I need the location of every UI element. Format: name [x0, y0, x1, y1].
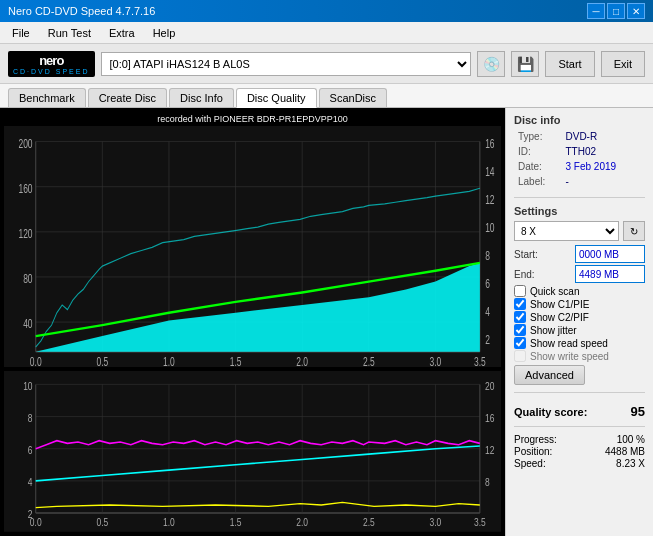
svg-text:2.0: 2.0	[296, 517, 308, 529]
tabs: Benchmark Create Disc Disc Info Disc Qua…	[0, 84, 653, 108]
show-jitter-row: Show jitter	[514, 324, 645, 336]
svg-text:20: 20	[485, 380, 494, 392]
end-input[interactable]	[575, 265, 645, 283]
progress-row: Progress: 100 %	[514, 434, 645, 445]
svg-text:16: 16	[485, 136, 494, 150]
nero-logo-text: nero	[39, 53, 63, 68]
recorded-with-label: recorded with PIONEER BDR-PR1EPDVPP100	[4, 112, 501, 126]
svg-text:3.0: 3.0	[430, 354, 442, 367]
start-label: Start:	[514, 249, 538, 260]
quality-score-row: Quality score: 95	[514, 404, 645, 419]
id-label: ID:	[516, 145, 561, 158]
disc-icon-button[interactable]: 💿	[477, 51, 505, 77]
menu-run-test[interactable]: Run Test	[40, 25, 99, 41]
svg-text:12: 12	[485, 444, 494, 456]
show-c1-pie-checkbox[interactable]	[514, 298, 526, 310]
type-label: Type:	[516, 130, 561, 143]
svg-text:2.5: 2.5	[363, 517, 375, 529]
position-row: Position: 4488 MB	[514, 446, 645, 457]
svg-text:10: 10	[485, 220, 494, 234]
show-write-speed-label: Show write speed	[530, 351, 609, 362]
type-value: DVD-R	[563, 130, 643, 143]
tab-create-disc[interactable]: Create Disc	[88, 88, 167, 107]
title-bar: Nero CD-DVD Speed 4.7.7.16 ─ □ ✕	[0, 0, 653, 22]
quick-scan-row: Quick scan	[514, 285, 645, 297]
disc-info-section: Disc info Type: DVD-R ID: TTH02 Date: 3 …	[514, 114, 645, 190]
date-value: 3 Feb 2019	[563, 160, 643, 173]
svg-text:4: 4	[485, 304, 490, 318]
svg-text:8: 8	[28, 412, 33, 424]
end-label: End:	[514, 269, 535, 280]
advanced-button[interactable]: Advanced	[514, 365, 585, 385]
speed-refresh-button[interactable]: ↻	[623, 221, 645, 241]
tab-disc-quality[interactable]: Disc Quality	[236, 88, 317, 108]
speed-select[interactable]: 8 X	[514, 221, 619, 241]
show-write-speed-row: Show write speed	[514, 350, 645, 362]
menu-bar: File Run Test Extra Help	[0, 22, 653, 44]
show-jitter-checkbox[interactable]	[514, 324, 526, 336]
show-c2-pif-checkbox[interactable]	[514, 311, 526, 323]
svg-text:2.0: 2.0	[296, 354, 308, 367]
menu-extra[interactable]: Extra	[101, 25, 143, 41]
position-label: Position:	[514, 446, 552, 457]
maximize-button[interactable]: □	[607, 3, 625, 19]
disc-info-label-row: Label: -	[516, 175, 643, 188]
svg-text:80: 80	[23, 271, 32, 285]
show-write-speed-checkbox	[514, 350, 526, 362]
svg-text:8: 8	[485, 248, 490, 262]
svg-text:0.5: 0.5	[96, 354, 108, 367]
disc-info-type-row: Type: DVD-R	[516, 130, 643, 143]
svg-text:8: 8	[485, 476, 490, 488]
exit-button[interactable]: Exit	[601, 51, 645, 77]
svg-text:3.5: 3.5	[474, 354, 486, 367]
disc-info-title: Disc info	[514, 114, 645, 126]
divider-2	[514, 392, 645, 393]
svg-text:6: 6	[28, 444, 33, 456]
svg-text:40: 40	[23, 317, 32, 331]
show-c2-pif-label: Show C2/PIF	[530, 312, 589, 323]
quick-scan-checkbox[interactable]	[514, 285, 526, 297]
start-input[interactable]	[575, 245, 645, 263]
chart-area: recorded with PIONEER BDR-PR1EPDVPP100	[0, 108, 505, 536]
show-c2-pif-row: Show C2/PIF	[514, 311, 645, 323]
main-content: recorded with PIONEER BDR-PR1EPDVPP100	[0, 108, 653, 536]
tab-benchmark[interactable]: Benchmark	[8, 88, 86, 107]
svg-text:2.5: 2.5	[363, 354, 375, 367]
close-button[interactable]: ✕	[627, 3, 645, 19]
toolbar: nero CD·DVD SPEED [0:0] ATAPI iHAS124 B …	[0, 44, 653, 84]
show-c1-pie-row: Show C1/PIE	[514, 298, 645, 310]
tab-scandisc[interactable]: ScanDisc	[319, 88, 387, 107]
show-jitter-label: Show jitter	[530, 325, 577, 336]
nero-logo: nero CD·DVD SPEED	[8, 51, 95, 77]
speed-label: Speed:	[514, 458, 546, 469]
progress-label: Progress:	[514, 434, 557, 445]
show-read-speed-checkbox[interactable]	[514, 337, 526, 349]
show-c1-pie-label: Show C1/PIE	[530, 299, 589, 310]
svg-text:1.0: 1.0	[163, 517, 175, 529]
title-bar-buttons: ─ □ ✕	[587, 3, 645, 19]
divider-1	[514, 197, 645, 198]
menu-help[interactable]: Help	[145, 25, 184, 41]
start-button[interactable]: Start	[545, 51, 594, 77]
svg-text:4: 4	[28, 476, 33, 488]
save-icon-button[interactable]: 💾	[511, 51, 539, 77]
speed-row-progress: Speed: 8.23 X	[514, 458, 645, 469]
show-read-speed-label: Show read speed	[530, 338, 608, 349]
speed-row: 8 X ↻	[514, 221, 645, 241]
end-field-row: End:	[514, 265, 645, 283]
side-panel: Disc info Type: DVD-R ID: TTH02 Date: 3 …	[505, 108, 653, 536]
label-label: Label:	[516, 175, 561, 188]
menu-file[interactable]: File	[4, 25, 38, 41]
tab-disc-info[interactable]: Disc Info	[169, 88, 234, 107]
svg-text:1.5: 1.5	[230, 354, 242, 367]
drive-select[interactable]: [0:0] ATAPI iHAS124 B AL0S	[101, 52, 472, 76]
svg-text:120: 120	[18, 226, 32, 240]
chart-bottom: 10 8 6 4 2 20 16 12 8 0.0 0.5 1.0 1.5 2.…	[4, 371, 501, 532]
minimize-button[interactable]: ─	[587, 3, 605, 19]
disc-info-date-row: Date: 3 Feb 2019	[516, 160, 643, 173]
title-bar-text: Nero CD-DVD Speed 4.7.7.16	[8, 5, 155, 17]
svg-text:10: 10	[23, 380, 32, 392]
quick-scan-label: Quick scan	[530, 286, 579, 297]
svg-text:2: 2	[485, 332, 490, 346]
svg-text:12: 12	[485, 192, 494, 206]
